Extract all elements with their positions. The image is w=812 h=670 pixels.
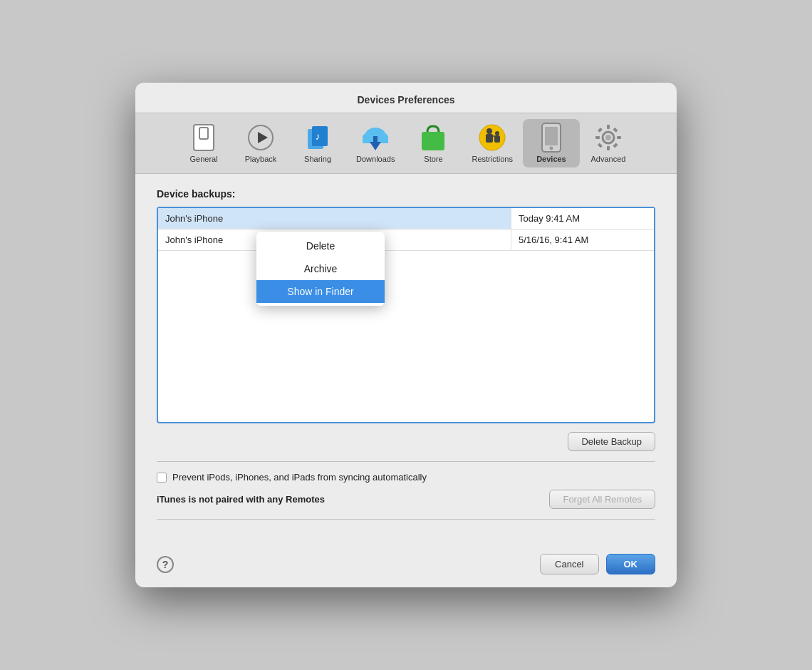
svg-point-22 [549,147,553,150]
svg-rect-25 [607,125,610,129]
restrictions-icon [478,123,506,152]
tab-downloads-label: Downloads [356,155,395,163]
empty-table-space [158,251,654,422]
tab-devices-label: Devices [536,155,566,163]
help-button[interactable]: ? [157,556,174,573]
backup-date-1: 5/16/16, 9:41 AM [511,230,654,250]
context-menu-delete[interactable]: Delete [256,234,385,257]
svg-rect-31 [598,143,603,148]
devices-icon [537,123,566,152]
downloads-icon [361,123,390,152]
backup-name-0: John's iPhone [158,208,511,229]
tab-store[interactable]: Store [405,119,462,168]
table-row[interactable]: John's iPhone Today 9:41 AM [158,208,654,230]
tab-sharing[interactable]: ♪ Sharing [289,119,346,168]
section-label: Device backups: [157,188,655,200]
tab-advanced-label: Advanced [590,155,625,163]
tab-general-label: General [189,155,217,163]
svg-rect-0 [194,125,214,150]
tab-general[interactable]: General [175,119,232,168]
dialog: Devices Preferences General Playback [135,83,677,587]
dialog-title: Devices Preferences [135,83,677,113]
cancel-button[interactable]: Cancel [540,554,598,574]
tab-devices[interactable]: Devices [523,119,580,168]
backup-table: John's iPhone Today 9:41 AM John's iPhon… [157,207,655,423]
backup-date-0: Today 9:41 AM [511,208,654,229]
prevent-syncing-row: Prevent iPods, iPhones, and iPads from s… [157,472,655,483]
tab-sharing-label: Sharing [304,155,331,163]
svg-point-24 [605,135,611,140]
tab-downloads[interactable]: Downloads [346,119,405,168]
divider-2 [157,519,655,520]
footer-buttons: Cancel OK [540,554,655,574]
store-icon [419,123,447,152]
svg-point-15 [486,128,492,134]
svg-rect-32 [613,143,618,148]
divider-1 [157,461,655,462]
ok-button[interactable]: OK [606,554,656,574]
table-row[interactable]: John's iPhone 5/16/16, 9:41 AM [158,230,654,251]
svg-rect-12 [373,136,378,145]
svg-marker-3 [258,132,268,143]
svg-rect-21 [545,127,558,145]
context-menu-archive[interactable]: Archive [256,257,385,280]
playback-icon [246,123,275,152]
prevent-syncing-label: Prevent iPods, iPhones, and iPads from s… [172,472,427,483]
context-menu: Delete Archive Show in Finder [256,232,385,306]
tab-advanced[interactable]: Advanced [580,119,637,168]
svg-text:♪: ♪ [316,130,321,142]
tab-playback[interactable]: Playback [232,119,289,168]
context-menu-show-in-finder[interactable]: Show in Finder [256,280,385,303]
advanced-icon [594,123,623,152]
svg-rect-13 [422,132,444,150]
tab-store-label: Store [424,155,442,163]
remotes-row: iTunes is not paired with any Remotes Fo… [157,490,655,509]
svg-rect-28 [617,136,621,139]
svg-rect-27 [595,136,600,139]
prevent-syncing-checkbox[interactable] [157,473,167,483]
svg-rect-29 [598,128,603,133]
svg-point-17 [495,131,499,135]
toolbar: General Playback ♪ Sharing [135,113,677,174]
footer: ? Cancel OK [135,544,677,587]
general-icon [189,123,218,152]
svg-rect-30 [613,128,618,133]
content-area: Device backups: John's iPhone Today 9:41… [135,174,677,544]
actions-row: Delete Backup [157,432,655,451]
tab-restrictions-label: Restrictions [472,155,512,163]
forget-remotes-button[interactable]: Forget All Remotes [549,490,655,509]
tab-playback-label: Playback [245,155,277,163]
svg-rect-26 [607,146,610,150]
sharing-icon: ♪ [303,123,332,152]
tab-restrictions[interactable]: Restrictions [462,119,522,168]
svg-rect-16 [486,134,493,143]
delete-backup-button[interactable]: Delete Backup [568,432,655,451]
remotes-label: iTunes is not paired with any Remotes [157,494,325,505]
